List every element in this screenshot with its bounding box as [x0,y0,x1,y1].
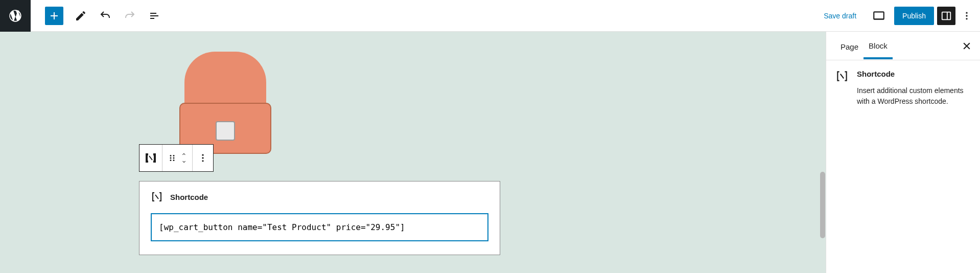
wordpress-logo[interactable] [0,0,31,32]
document-overview-button[interactable] [142,4,167,28]
svg-point-7 [170,157,172,159]
canvas-content: ⌃ ⌃ Shortcode [139,32,826,255]
editor-top-toolbar: Save draft Publish [0,0,980,32]
svg-point-12 [202,157,203,158]
svg-point-8 [173,157,175,159]
shortcode-block-label: Shortcode [170,193,208,201]
block-more-options[interactable] [193,145,213,171]
close-sidebar-button[interactable] [956,36,977,56]
move-up-down-buttons[interactable]: ⌃ ⌃ [181,154,187,163]
shortcode-icon [151,191,163,203]
editor-canvas[interactable]: ⌃ ⌃ Shortcode [0,32,826,273]
kebab-icon [962,11,972,21]
block-info: Shortcode Insert additional custom eleme… [835,70,971,107]
block-info-text: Shortcode Insert additional custom eleme… [857,70,971,107]
publish-button[interactable]: Publish [894,7,934,25]
chevron-down-icon: ⌃ [181,158,187,162]
redo-icon [124,10,136,22]
shortcode-block[interactable]: Shortcode [139,181,500,255]
svg-point-4 [966,18,967,19]
wordpress-logo-icon [8,9,22,23]
tools-button[interactable] [68,4,93,28]
svg-point-13 [202,160,203,162]
sidebar-body: Shortcode Insert additional custom eleme… [826,60,980,116]
svg-point-9 [170,160,172,161]
svg-point-11 [202,154,203,156]
shortcode-icon [145,152,157,164]
save-draft-button[interactable]: Save draft [816,7,864,25]
pencil-icon [75,10,87,22]
shortcode-block-header: Shortcode [151,191,488,203]
sidebar-tabs: Page Block [826,32,980,60]
drag-handle[interactable]: ⌃ ⌃ [162,145,193,171]
svg-point-6 [173,155,175,156]
canvas-scrollbar[interactable] [820,172,825,238]
block-info-title: Shortcode [857,70,971,78]
tab-block[interactable]: Block [864,32,893,59]
svg-point-5 [170,155,172,156]
shortcode-input[interactable] [151,213,488,241]
settings-panel-toggle[interactable] [937,7,955,25]
toolbar-right-group: Save draft Publish [816,4,975,28]
product-image [179,52,271,154]
redo-button[interactable] [118,4,142,28]
shortcode-icon [835,70,849,83]
block-info-description: Insert additional custom elements with a… [857,85,971,107]
svg-rect-0 [874,12,884,19]
product-image-block[interactable]: ⌃ ⌃ [139,32,311,174]
svg-point-2 [966,12,967,13]
close-icon [962,41,972,51]
drag-icon [168,153,177,163]
device-preview-icon [872,9,885,22]
toolbar-left-group [0,0,167,31]
block-type-button[interactable] [139,145,162,171]
svg-point-10 [173,160,175,161]
svg-point-3 [966,15,967,16]
list-view-icon [148,10,160,22]
block-toolbar: ⌃ ⌃ [139,144,214,172]
sidebar-toggle-icon [941,10,952,21]
add-block-button[interactable] [45,7,63,25]
svg-rect-1 [942,12,951,19]
tab-page[interactable]: Page [835,33,864,58]
settings-sidebar: Page Block Shortcode Insert additional c… [826,32,980,273]
plus-icon [48,10,60,22]
undo-icon [99,10,111,22]
undo-button[interactable] [93,4,118,28]
more-options-button[interactable] [959,4,975,28]
editor-main-row: ⌃ ⌃ Shortcode [0,32,980,273]
preview-button[interactable] [867,4,891,28]
kebab-icon [198,153,208,163]
